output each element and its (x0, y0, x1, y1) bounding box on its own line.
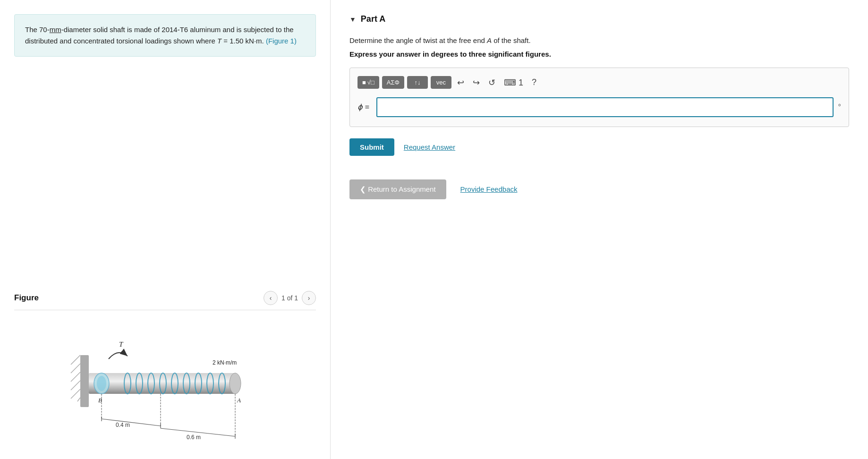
figure-1-link[interactable]: (Figure 1) (266, 37, 297, 45)
greek-symbols-button[interactable]: AΣΦ (382, 76, 404, 89)
problem-box: The 70-mm-diameter solid shaft is made o… (14, 14, 316, 57)
figure-prev-button[interactable]: ‹ (264, 291, 278, 305)
submit-button[interactable]: Submit (349, 138, 394, 156)
svg-line-22 (102, 419, 161, 426)
svg-line-1 (71, 355, 80, 365)
phi-label: ϕ = (357, 102, 372, 111)
bottom-actions: ❮ Return to Assignment Provide Feedback (349, 179, 849, 199)
input-row: ϕ = ° (357, 97, 841, 117)
figure-image-area: T 2 kN·m/m B A 0.4 m 0.6 m (14, 317, 316, 450)
problem-T-var: T (217, 37, 221, 45)
provide-feedback-button[interactable]: Provide Feedback (460, 185, 518, 193)
answer-input[interactable] (376, 97, 834, 117)
vector-button[interactable]: vec (431, 76, 451, 89)
figure-section: Figure ‹ 1 of 1 › (14, 281, 316, 450)
figure-nav: ‹ 1 of 1 › (264, 291, 316, 305)
figure-title: Figure (14, 293, 39, 303)
dim-04: 0.4 m (116, 422, 130, 428)
answer-box: ■ √□ AΣΦ ↑↓ vec ↩ ↪ ↺ ⌨ 1 ? ϕ = ° (349, 68, 849, 127)
math-square-icon: ■ (362, 79, 366, 86)
redo-button[interactable]: ↪ (470, 76, 483, 90)
figure-counter: 1 of 1 (281, 294, 298, 302)
refresh-button[interactable]: ↺ (485, 76, 498, 90)
action-row: Submit Request Answer (349, 138, 849, 156)
math-templates-button[interactable]: ■ √□ (357, 76, 379, 89)
keyboard-button[interactable]: ⌨ 1 (501, 76, 526, 90)
part-header: ▼ Part A (349, 14, 849, 24)
svg-line-2 (71, 364, 80, 373)
figure-divider (14, 310, 316, 310)
svg-rect-0 (80, 355, 89, 407)
fraction-button[interactable]: ↑↓ (407, 76, 428, 89)
question-text: Determine the angle of twist at the free… (349, 35, 849, 46)
undo-button[interactable]: ↩ (454, 76, 467, 90)
svg-line-4 (71, 381, 80, 390)
request-answer-button[interactable]: Request Answer (404, 143, 455, 151)
problem-mm: mm (50, 26, 61, 34)
svg-line-6 (77, 398, 80, 401)
figure-header: Figure ‹ 1 of 1 › (14, 281, 316, 305)
svg-line-3 (71, 372, 80, 382)
right-panel: ▼ Part A Determine the angle of twist at… (331, 0, 868, 459)
left-panel: The 70-mm-diameter solid shaft is made o… (0, 0, 331, 459)
A-label: A (237, 397, 241, 404)
return-to-assignment-button[interactable]: ❮ Return to Assignment (349, 179, 446, 199)
question-instruction: Express your answer in degrees to three … (349, 50, 849, 58)
svg-point-19 (230, 373, 241, 394)
figure-next-button[interactable]: › (302, 291, 316, 305)
distributed-load-label: 2 kN·m/m (213, 359, 237, 366)
part-chevron-icon[interactable]: ▼ (349, 16, 356, 23)
sqrt-icon: √□ (367, 79, 374, 86)
shaft-diagram: T 2 kN·m/m B A 0.4 m 0.6 m (66, 322, 264, 445)
toolbar: ■ √□ AΣΦ ↑↓ vec ↩ ↪ ↺ ⌨ 1 ? (357, 76, 841, 90)
question-A-var: A (487, 36, 492, 44)
svg-line-5 (71, 389, 80, 399)
dim-06: 0.6 m (187, 434, 201, 441)
help-button[interactable]: ? (529, 76, 539, 89)
svg-point-9 (97, 376, 106, 391)
degree-symbol: ° (838, 103, 841, 111)
part-title: Part A (361, 14, 385, 24)
problem-text-1: The 70-mm-diameter solid shaft is made o… (25, 26, 294, 45)
T-label: T (119, 340, 124, 348)
